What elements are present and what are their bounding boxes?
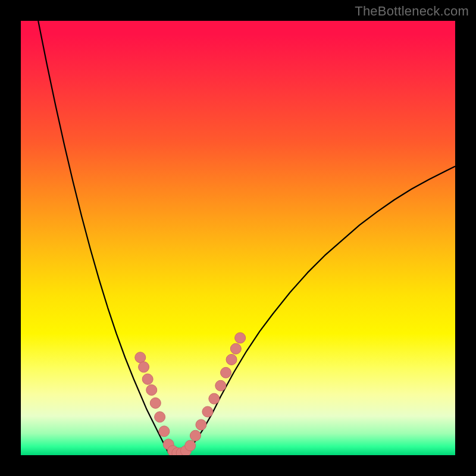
plot-area xyxy=(21,21,455,455)
bottleneck-curve xyxy=(38,21,455,455)
marker-dot xyxy=(185,440,196,451)
marker-dot xyxy=(139,362,149,372)
marker-dot xyxy=(202,406,213,417)
watermark-text: TheBottleneck.com xyxy=(355,4,469,19)
marker-dot xyxy=(230,343,241,354)
marker-dot xyxy=(135,352,146,363)
marker-dot xyxy=(235,333,246,343)
curve-layer xyxy=(21,21,455,455)
marker-dot xyxy=(159,426,170,437)
marker-dot xyxy=(146,385,157,396)
marker-dot xyxy=(196,419,206,430)
marker-dot xyxy=(221,367,231,378)
chart-container: TheBottleneck.com xyxy=(0,0,476,476)
marker-dot xyxy=(226,354,237,365)
marker-dot xyxy=(190,430,201,441)
marker-dot xyxy=(209,393,220,404)
marker-dot xyxy=(150,397,161,408)
marker-dot xyxy=(215,380,226,391)
marker-dot xyxy=(155,412,165,422)
curve-markers xyxy=(135,333,246,455)
marker-dot xyxy=(142,374,153,384)
